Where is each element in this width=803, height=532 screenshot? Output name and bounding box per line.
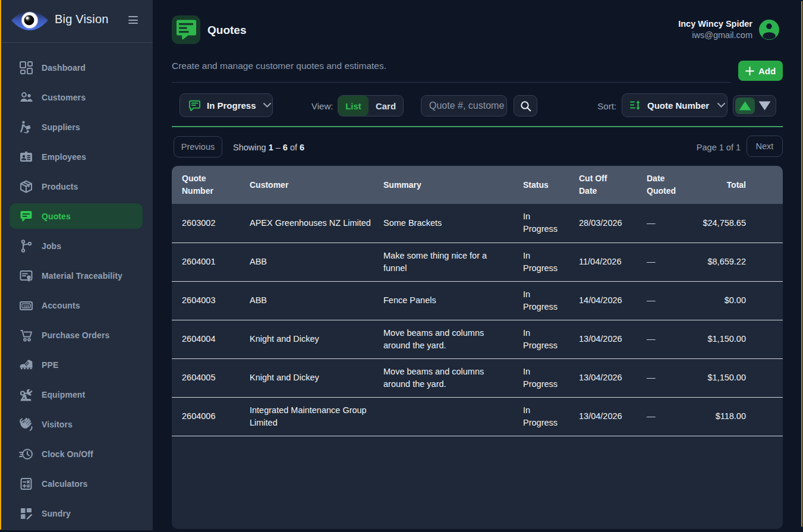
svg-text:100: 100 [23,304,30,307]
